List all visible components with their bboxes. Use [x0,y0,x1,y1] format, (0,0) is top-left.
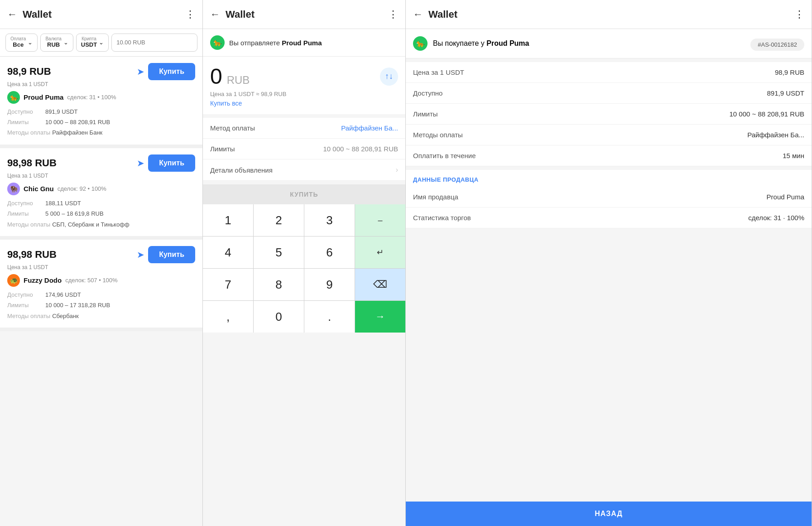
listing-price: 98,98 RUB [7,249,57,261]
seller-avatar: 🐆 [7,91,20,104]
listing-price: 98,9 RUB [7,66,51,77]
panel-listings: ← Wallet ⋮ Оплата Все ⌄ Валюта RUB ⌄ Кри… [0,0,203,526]
seller-stats: сделок: 507 • 100% [65,277,117,284]
crypto-filter[interactable]: Крипта USDT ⌄ [76,34,109,52]
numpad-key-comma[interactable]: , [203,301,253,333]
payment-filter-label: Оплата [10,37,26,41]
share-button[interactable]: ➤ [137,249,144,260]
listing-price-sub: Цена за 1 USDT [7,173,195,179]
listing-price: 98,98 RUB [7,157,57,169]
chevron-down-icon: ⌄ [63,39,68,46]
details-label: Детали объявления [210,166,273,174]
filter-bar: Оплата Все ⌄ Валюта RUB ⌄ Крипта USDT ⌄ [0,29,202,57]
trade-detail-row-method: Метод оплаты Райффайзен Ба... [203,118,405,139]
seller-name: Chic Gnu [24,185,54,193]
method-value[interactable]: Райффайзен Ба... [341,124,398,132]
order-id-badge: #AS-00126182 [750,39,804,51]
buy-button[interactable]: Купить [148,246,195,263]
listing-details: Доступно 891,9 USDT Лимиты 10 000 – 88 2… [7,106,195,138]
currency-filter-value: RUB [45,41,61,48]
back-button[interactable]: ← [413,9,423,20]
numpad-key-0[interactable]: 0 [254,301,304,333]
trade-header: 🐆 Вы отправляете Proud Puma [203,29,405,57]
numpad-key-8[interactable]: 8 [254,269,304,300]
seller-stats: сделок: 31 • 100% [67,94,116,101]
panel3-header: ← Wallet ⋮ [406,0,812,29]
currency-filter-label: Валюта [45,37,61,41]
chevron-down-icon: ⌄ [99,39,104,46]
seller-stats-row: Статистика торгов сделок: 31 · 100% [406,208,812,228]
trade-details-section: Метод оплаты Райффайзен Ба... Лимиты 10 … [203,118,405,181]
limits-value: 10 000 ~ 88 208,91 RUB [323,145,398,153]
more-button[interactable]: ⋮ [185,9,195,20]
share-button[interactable]: ➤ [137,158,144,169]
panel3-footer: НАЗАД [406,502,812,526]
order-detail-available: Доступно 891,9 USDT [406,83,812,104]
numpad-buy-label: КУПИТЬ [203,184,405,204]
seller-name: Fuzzy Dodo [24,276,62,284]
order-detail-methods: Методы оплаты Райффайзен Ба... [406,125,812,145]
amount-display: 0 RUB [210,64,250,89]
order-details-section: Цена за 1 USDT 98,9 RUB Доступно 891,9 U… [406,62,812,166]
numpad-key-enter[interactable]: ↵ [355,236,405,268]
listing-item: 98,98 RUB ➤ Купить Цена за 1 USDT 🐢 Fuzz… [0,240,202,331]
payment-filter[interactable]: Оплата Все ⌄ [5,34,38,52]
numpad-key-3[interactable]: 3 [304,204,355,236]
seller-avatar: 🐢 [7,274,20,287]
seller-stats: сделок: 92 • 100% [58,185,106,192]
method-label: Метод оплаты [210,124,255,132]
page-title: Wallet [23,9,185,20]
seller-name: Proud Puma [24,93,63,101]
panel-order-details: ← Wallet ⋮ 🐆 Вы покупаете у Proud Puma #… [406,0,812,526]
order-detail-limits: Лимиты 10 000 ~ 88 208,91 RUB [406,104,812,125]
numpad-key-1[interactable]: 1 [203,204,253,236]
trade-seller-name: Proud Puma [282,39,322,47]
buy-button[interactable]: Купить [148,154,195,172]
more-button[interactable]: ⋮ [794,9,804,20]
more-button[interactable]: ⋮ [388,9,398,20]
share-button[interactable]: ➤ [137,66,144,77]
numpad-key-backspace[interactable]: ⌫ [355,269,405,300]
order-detail-time: Оплатить в течение 15 мин [406,145,812,166]
listing-price-sub: Цена за 1 USDT [7,81,195,87]
listing-details: Доступно 188,11 USDT Лимиты 5 000 – 18 6… [7,198,195,230]
chevron-down-icon: ⌄ [28,39,33,46]
price-hint: Цена за 1 USDT ≈ 98,9 RUB [210,91,398,97]
listing-details: Доступно 174,96 USDT Лимиты 10 000 – 17 … [7,290,195,321]
numpad-key-minus[interactable]: – [355,204,405,236]
back-large-button[interactable]: НАЗАД [406,502,812,526]
page-title: Wallet [226,9,388,20]
amount-input[interactable] [111,34,197,52]
seller-avatar: 🐆 [413,36,428,51]
numpad-key-4[interactable]: 4 [203,236,253,268]
trade-detail-row-limits: Лимиты 10 000 ~ 88 208,91 RUB [203,139,405,159]
back-button[interactable]: ← [7,9,17,20]
panel2-header: ← Wallet ⋮ [203,0,405,29]
buy-button[interactable]: Купить [148,63,195,80]
numpad-key-7[interactable]: 7 [203,269,253,300]
panel1-header: ← Wallet ⋮ [0,0,202,29]
numpad-key-confirm[interactable]: → [355,301,405,333]
numpad-key-9[interactable]: 9 [304,269,355,300]
numpad-grid: 1 2 3 – 4 5 6 ↵ 7 8 9 ⌫ , 0 . → [203,204,405,333]
order-detail-price: Цена за 1 USDT 98,9 RUB [406,62,812,83]
numpad-key-2[interactable]: 2 [254,204,304,236]
amount-currency: RUB [227,74,250,87]
chevron-right-icon: › [396,166,398,174]
swap-button[interactable]: ↑↓ [380,68,398,86]
page-title: Wallet [428,9,794,20]
listing-item: 98,9 RUB ➤ Купить Цена за 1 USDT 🐆 Proud… [0,57,202,148]
numpad-key-6[interactable]: 6 [304,236,355,268]
currency-filter[interactable]: Валюта RUB ⌄ [40,34,73,52]
seller-avatar: 🐆 [210,35,225,50]
numpad-key-dot[interactable]: . [304,301,355,333]
crypto-filter-value: USDT [81,41,97,48]
order-seller-section: 🐆 Вы покупаете у Proud Puma #AS-00126182 [406,29,812,58]
panel-trade-input: ← Wallet ⋮ 🐆 Вы отправляете Proud Puma 0… [203,0,406,526]
trade-detail-row-details[interactable]: Детали объявления › [203,159,405,181]
order-seller-name: Proud Puma [486,39,529,47]
amount-number: 0 [210,64,222,89]
back-button[interactable]: ← [210,9,220,20]
numpad-key-5[interactable]: 5 [254,236,304,268]
buy-all-link[interactable]: Купить все [210,100,242,107]
